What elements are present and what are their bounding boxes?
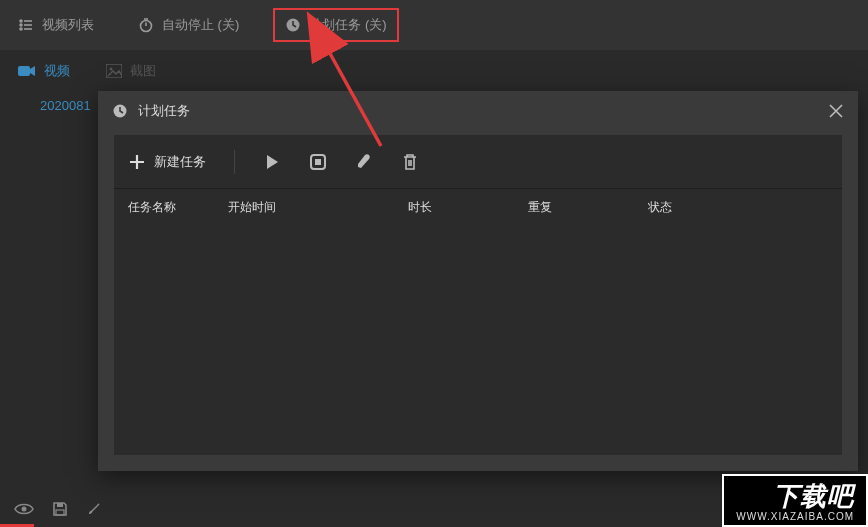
svg-point-0 (20, 20, 22, 22)
auto-stop-label: 自动停止 (关) (162, 16, 239, 34)
clock-icon (112, 103, 128, 119)
new-task-button[interactable]: 新建任务 (128, 153, 206, 171)
top-bar: 视频列表 自动停止 (关) 计划任务 (关) (0, 0, 868, 50)
table-body (114, 225, 842, 455)
svg-point-12 (110, 68, 113, 71)
video-tab[interactable]: 视频 (10, 58, 78, 84)
image-icon (106, 64, 122, 78)
video-list-label: 视频列表 (42, 16, 94, 34)
svg-point-16 (22, 507, 27, 512)
file-item-label: 2020081 (40, 98, 91, 113)
play-button[interactable] (263, 153, 281, 171)
scheduled-task-button[interactable]: 计划任务 (关) (273, 8, 398, 42)
col-name: 任务名称 (128, 199, 228, 216)
col-duration: 时长 (408, 199, 528, 216)
dialog-titlebar: 计划任务 (98, 91, 858, 131)
auto-stop-button[interactable]: 自动停止 (关) (128, 10, 249, 40)
scheduled-task-label: 计划任务 (关) (309, 16, 386, 34)
plus-icon (128, 153, 146, 171)
col-repeat: 重复 (528, 199, 648, 216)
delete-button[interactable] (401, 153, 419, 171)
svg-point-2 (20, 24, 22, 26)
svg-point-4 (20, 28, 22, 30)
stop-button[interactable] (309, 153, 327, 171)
col-status: 状态 (648, 199, 828, 216)
list-icon (18, 17, 34, 33)
clock-icon (285, 17, 301, 33)
table-header: 任务名称 开始时间 时长 重复 状态 (114, 189, 842, 225)
video-tab-label: 视频 (44, 62, 70, 80)
brush-icon[interactable] (86, 501, 102, 517)
dialog-body: 新建任务 任务名称 开始时间 时长 重复 状态 (114, 135, 842, 455)
svg-rect-15 (315, 159, 321, 165)
screenshot-tab[interactable]: 截图 (98, 58, 164, 84)
screenshot-tab-label: 截图 (130, 62, 156, 80)
watermark-brand: 下载吧 (773, 481, 854, 511)
stopwatch-icon (138, 17, 154, 33)
category-bar: 视频 截图 (0, 50, 868, 92)
edit-button[interactable] (355, 153, 373, 171)
video-icon (18, 64, 36, 78)
dialog-title: 计划任务 (138, 102, 190, 120)
save-icon[interactable] (52, 501, 68, 517)
svg-rect-10 (18, 66, 30, 76)
scheduled-task-dialog: 计划任务 新建任务 (98, 91, 858, 471)
divider (234, 150, 235, 174)
video-list-button[interactable]: 视频列表 (8, 10, 104, 40)
watermark-url: WWW.XIAZAIBA.COM (736, 511, 854, 522)
svg-rect-17 (57, 503, 63, 507)
new-task-label: 新建任务 (154, 153, 206, 171)
dialog-toolbar: 新建任务 (114, 135, 842, 189)
col-start: 开始时间 (228, 199, 408, 216)
watermark: 下载吧 WWW.XIAZAIBA.COM (722, 474, 868, 527)
close-icon[interactable] (828, 103, 844, 119)
eye-icon[interactable] (14, 502, 34, 516)
